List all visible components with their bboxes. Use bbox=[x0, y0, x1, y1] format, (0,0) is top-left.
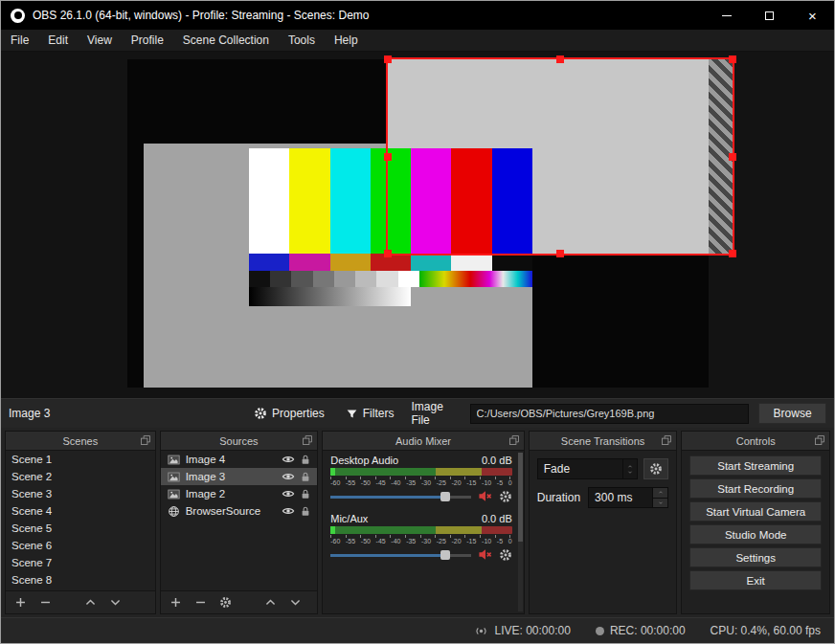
slider-thumb[interactable] bbox=[440, 492, 450, 501]
selection-handle[interactable] bbox=[384, 153, 392, 161]
source-name: Image 3 bbox=[186, 471, 226, 482]
transition-select[interactable]: Fade bbox=[537, 458, 639, 479]
transitions-panel: Scene Transitions Fade Duration bbox=[529, 431, 678, 614]
channel-name: Desktop Audio bbox=[330, 455, 398, 466]
channel-level: 0.0 dB bbox=[482, 455, 512, 466]
dock-icon[interactable] bbox=[302, 434, 313, 446]
muted-speaker-icon bbox=[478, 489, 492, 503]
window-title: OBS 26.1.0 (64-bit, windows) - Profile: … bbox=[33, 9, 369, 22]
scene-list-item-scene-8[interactable]: Scene 8 bbox=[6, 571, 155, 588]
gear-icon bbox=[499, 490, 512, 503]
dock-icon[interactable] bbox=[140, 434, 151, 446]
visibility-toggle[interactable] bbox=[282, 470, 295, 483]
lock-toggle[interactable] bbox=[300, 471, 311, 483]
volume-slider[interactable] bbox=[330, 490, 471, 503]
visibility-toggle[interactable] bbox=[282, 453, 295, 466]
menu-item-view[interactable]: View bbox=[78, 30, 122, 51]
slider-thumb[interactable] bbox=[440, 550, 450, 560]
gear-icon bbox=[649, 462, 663, 476]
start-virtual-camera-button[interactable]: Start Virtual Camera bbox=[689, 501, 822, 522]
scene-list-item-scene-4[interactable]: Scene 4 bbox=[6, 502, 155, 520]
source-list-item-image-4[interactable]: Image 4 bbox=[161, 451, 318, 468]
dock-icon[interactable] bbox=[661, 434, 672, 446]
menu-item-profile[interactable]: Profile bbox=[122, 30, 173, 51]
volume-slider[interactable] bbox=[330, 548, 471, 562]
visibility-toggle[interactable] bbox=[282, 504, 295, 518]
mute-button[interactable] bbox=[478, 489, 492, 503]
lock-toggle[interactable] bbox=[300, 505, 311, 518]
visibility-toggle[interactable] bbox=[282, 487, 295, 500]
source-list-item-image-3[interactable]: Image 3 bbox=[161, 468, 318, 485]
scene-list-item-scene-3[interactable]: Scene 3 bbox=[6, 485, 155, 502]
duration-decrease-button[interactable] bbox=[653, 499, 667, 508]
scene-list-item-scene-5[interactable]: Scene 5 bbox=[6, 520, 155, 537]
color-bar bbox=[249, 148, 289, 254]
selection-handle[interactable] bbox=[556, 250, 564, 257]
maximize-button[interactable] bbox=[748, 1, 791, 30]
mute-button[interactable] bbox=[478, 547, 492, 562]
lock-icon bbox=[300, 505, 311, 518]
selection-handle[interactable] bbox=[384, 250, 392, 257]
minimize-button[interactable] bbox=[705, 1, 748, 30]
duration-increase-button[interactable] bbox=[653, 488, 667, 499]
start-recording-button[interactable]: Start Recording bbox=[689, 478, 822, 499]
properties-button[interactable]: Properties bbox=[246, 404, 332, 423]
preview-canvas[interactable] bbox=[127, 59, 709, 388]
transition-value: Fade bbox=[538, 459, 623, 478]
filter-icon bbox=[346, 408, 358, 420]
menu-item-help[interactable]: Help bbox=[325, 30, 368, 51]
move-source-down-button[interactable] bbox=[289, 596, 302, 609]
menu-item-file[interactable]: File bbox=[1, 30, 38, 51]
dock-icon[interactable] bbox=[508, 434, 520, 446]
lock-toggle[interactable] bbox=[300, 454, 311, 466]
close-button[interactable]: × bbox=[791, 1, 834, 30]
filters-button[interactable]: Filters bbox=[338, 404, 402, 423]
remove-scene-button[interactable] bbox=[39, 596, 52, 609]
scene-list-item-scene-6[interactable]: Scene 6 bbox=[6, 537, 155, 554]
scene-list-item-scene-7[interactable]: Scene 7 bbox=[6, 554, 155, 571]
dock-icon[interactable] bbox=[814, 434, 825, 446]
volume-meter bbox=[330, 468, 512, 476]
start-streaming-button[interactable]: Start Streaming bbox=[689, 455, 822, 476]
selection-handle[interactable] bbox=[729, 153, 736, 161]
menu-item-scene-collection[interactable]: Scene Collection bbox=[173, 30, 279, 51]
rec-status: REC: 00:00:00 bbox=[596, 624, 686, 637]
selection-handle[interactable] bbox=[384, 56, 392, 63]
scene-list-item-scene-2[interactable]: Scene 2 bbox=[6, 468, 155, 485]
settings-button[interactable]: Settings bbox=[689, 547, 822, 567]
title-bar: OBS 26.1.0 (64-bit, windows) - Profile: … bbox=[1, 1, 834, 30]
mixer-channel-mic-aux: Mic/Aux0.0 dB-60-55-50-45-40-35-30-25-20… bbox=[330, 513, 512, 562]
selection-box[interactable] bbox=[386, 57, 734, 255]
move-source-up-button[interactable] bbox=[264, 596, 277, 609]
source-list-item-browsersource[interactable]: BrowserSource bbox=[161, 502, 318, 520]
remove-source-button[interactable] bbox=[194, 596, 207, 609]
castellation-cell bbox=[492, 254, 532, 271]
move-scene-up-button[interactable] bbox=[84, 596, 97, 609]
add-source-button[interactable] bbox=[169, 596, 182, 609]
exit-button[interactable]: Exit bbox=[689, 570, 822, 590]
selection-handle[interactable] bbox=[556, 56, 564, 63]
channel-settings-button[interactable] bbox=[499, 548, 512, 562]
selection-handle[interactable] bbox=[729, 56, 736, 63]
add-scene-button[interactable] bbox=[14, 596, 27, 609]
menu-item-edit[interactable]: Edit bbox=[38, 30, 78, 51]
selection-handle[interactable] bbox=[729, 250, 736, 257]
scene-list-item-scene-1[interactable]: Scene 1 bbox=[6, 451, 155, 468]
studio-mode-button[interactable]: Studio Mode bbox=[689, 524, 822, 544]
channel-settings-button[interactable] bbox=[499, 490, 512, 503]
maximize-icon bbox=[765, 11, 774, 20]
transition-properties-button[interactable] bbox=[643, 458, 668, 479]
move-scene-down-button[interactable] bbox=[109, 596, 122, 609]
controls-buttons: Start StreamingStart RecordingStart Virt… bbox=[682, 451, 829, 595]
image-file-path-input[interactable] bbox=[470, 404, 750, 424]
source-list-item-image-2[interactable]: Image 2 bbox=[161, 485, 318, 502]
source-properties-button[interactable] bbox=[219, 596, 232, 609]
filters-label: Filters bbox=[363, 407, 395, 420]
mixer-scrollbar[interactable] bbox=[518, 453, 523, 611]
duration-spinbox[interactable]: 300 ms bbox=[588, 487, 668, 508]
menu-item-tools[interactable]: Tools bbox=[279, 30, 325, 51]
rec-time: REC: 00:00:00 bbox=[610, 624, 686, 637]
lock-toggle[interactable] bbox=[300, 488, 311, 500]
browse-button[interactable]: Browse bbox=[758, 403, 826, 424]
eye-icon bbox=[282, 453, 295, 466]
